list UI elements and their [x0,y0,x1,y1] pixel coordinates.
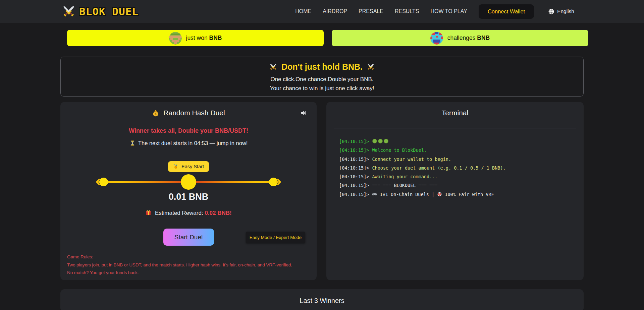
terminal-line: [04:10:15]> [339,137,577,146]
top-navigation-bar: BLOK DUEL HOME AIRDROP PRESALE RESULTS H… [0,0,644,23]
start-duel-button[interactable]: Start Duel [163,229,214,246]
duel-amount-value: 0.01 BNB [67,191,310,202]
ticker-just-won: just won BNB [67,30,324,46]
terminal-output: [04:10:15]>[04:10:15]>Welcome to BlokDue… [339,137,577,199]
nav-item-presale[interactable]: PRESALE [359,8,383,14]
duel-card-title: $ Random Hash Duel [152,109,225,117]
terminal-line: [04:10:15]>Choose your duel amount (e.g.… [339,164,577,172]
nav-item-home[interactable]: HOME [295,8,311,14]
slider-increase-arrow-icon[interactable] [272,177,282,187]
terminal-title: Terminal [442,109,468,117]
svg-text:$: $ [155,112,157,116]
slider-min-dot [99,178,108,186]
winner-ticker-row: just won BNB challenges BNB [0,30,644,46]
divider [334,128,576,128]
reward-value: 0.02 BNB! [205,210,231,216]
main-nav: HOME AIRDROP PRESALE RESULTS HOW TO PLAY [295,8,467,14]
ticker-text: challenges BNB [447,35,490,42]
sound-toggle-button[interactable] [300,110,307,117]
language-label: English [557,8,574,14]
globe-icon [548,8,554,15]
hero-banner: Don't just hold BNB. One click.One chanc… [60,57,584,97]
language-selector[interactable]: English [548,8,574,15]
estimated-reward: Estimated Reward: 0.02 BNB! [67,209,310,216]
hero-line-1: One click.One chance.Double your BNB. [61,75,583,84]
ticker-text: just won BNB [186,35,222,42]
terminal-line: [04:10:15]>=== === BLOKDUEL === === [339,181,577,190]
site-logo[interactable]: BLOK DUEL [61,4,139,19]
pixel-avatar-green [169,32,182,45]
hero-line-2: Your chance to win is just one click awa… [61,84,583,93]
nav-item-airdrop[interactable]: AIRDROP [323,8,347,14]
terminal-card: Terminal [04:10:15]>[04:10:15]>Welcome t… [326,102,584,280]
terminal-line: [04:10:15]> 1v1 On-Chain Duels | 100% Fa… [339,190,577,199]
nav-item-how-to-play[interactable]: HOW TO PLAY [431,8,467,14]
duel-countdown: The next duel starts in 04:53 — jump in … [67,140,310,146]
game-rules-title: Game Rules: [67,253,310,261]
last-winners-title: Last 3 Winners [300,297,344,305]
amount-slider[interactable] [95,174,282,190]
last-winners-card: Last 3 Winners [60,289,584,310]
hero-title: Don't just hold BNB. [61,61,583,72]
nav-item-results[interactable]: RESULTS [395,8,419,14]
easy-start-button[interactable]: Easy Start [168,161,209,172]
slider-thumb[interactable] [181,174,196,190]
connect-wallet-button[interactable]: Connect Wallet [479,4,534,19]
speaker-icon [300,112,307,117]
crossed-swords-icon [61,4,76,19]
logo-text: BLOK DUEL [79,5,139,17]
terminal-line: [04:10:15]>Awaiting your command... [339,172,577,181]
terminal-line: [04:10:15]>Connect your wallet to begin. [339,155,577,164]
pixel-avatar-cyan [430,32,443,45]
duel-subtitle: Winner takes all, Double your BNB/USDT! [67,127,310,134]
ticker-challenges: challenges BNB [332,30,588,46]
random-hash-duel-card: $ Random Hash Duel Winner takes all, Dou… [60,102,317,280]
divider [68,124,309,124]
mode-toggle-button[interactable]: Easy Mode / Expert Mode [246,232,305,243]
reward-label: Estimated Reward: [145,210,205,216]
game-rules: Game Rules: Two players join, put in BNB… [67,253,310,277]
terminal-line: [04:10:15]>Welcome to BlokDuel. [339,146,577,154]
game-rules-line-1: Two players join, put in BNB or USDT, an… [67,261,310,269]
game-rules-line-2: No match? You get your funds back. [67,269,310,277]
